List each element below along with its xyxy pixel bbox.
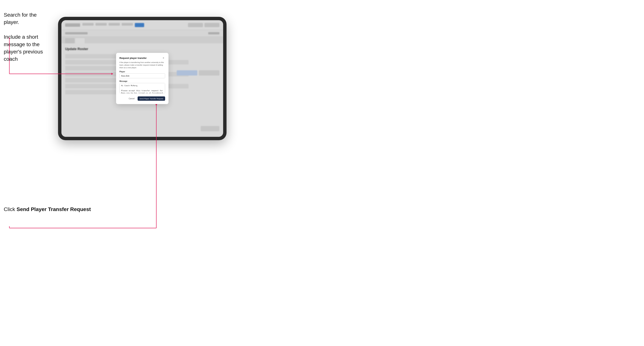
modal-footer: Cancel Send Player Transfer Request [120,96,165,101]
cancel-button[interactable]: Cancel [127,97,136,100]
message-field-label: Message [120,80,165,82]
tablet-device: Update Roster Request player transfer [58,17,226,140]
message-textarea[interactable]: Hi Coach McHarg, Please accept this tran… [120,83,165,93]
player-field-label: Player [120,71,165,73]
transfer-request-modal: Request player transfer × If the player … [116,53,168,104]
annotation-bottom-prefix: Click [4,206,16,212]
tablet-screen: Update Roster Request player transfer [62,20,223,137]
annotation-text-search: Search for the player. [4,11,52,26]
modal-description: If the player is transferring from anoth… [120,61,165,69]
modal-title: Request player transfer [120,56,146,59]
annotation-text-message: Include a short message to the player's … [4,33,52,63]
modal-header: Request player transfer × [120,56,165,60]
modal-close-button[interactable]: × [162,56,165,60]
send-transfer-request-button[interactable]: Send Player Transfer Request [138,96,165,101]
annotation-area-top: Search for the player. Include a short m… [4,11,52,70]
annotation-bottom-bold: Send Player Transfer Request [16,206,91,212]
annotation-text-bottom: Click Send Player Transfer Request [4,206,91,213]
player-search-input[interactable] [120,73,165,78]
